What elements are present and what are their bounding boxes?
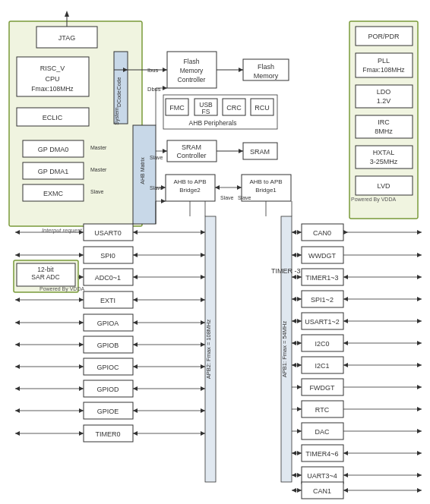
svg-text:GPIOD: GPIOD [96,386,119,393]
svg-text:Powered By VDDA: Powered By VDDA [40,286,84,292]
svg-text:CAN1: CAN1 [313,487,331,495]
svg-text:SPI0: SPI0 [100,252,115,260]
svg-text:GP DMA1: GP DMA1 [38,168,68,175]
svg-text:Memory: Memory [254,72,279,80]
svg-text:AHB Matrix: AHB Matrix [140,157,145,184]
svg-text:RTC: RTC [315,406,330,414]
svg-text:8MHz: 8MHz [375,128,393,135]
svg-text:Dbus: Dbus [147,86,161,93]
svg-text:IRC: IRC [378,118,390,126]
svg-text:Slave: Slave [238,195,251,200]
svg-text:AHB to APB: AHB to APB [249,178,282,185]
svg-text:Code: Code [116,77,122,90]
svg-text:Memory: Memory [180,67,204,74]
svg-text:ADC0~1: ADC0~1 [95,274,121,282]
svg-text:TIMER -3: TIMER -3 [271,267,301,275]
svg-text:FMC: FMC [169,104,185,112]
svg-text:GP DMA0: GP DMA0 [38,146,68,153]
svg-text:Slave: Slave [150,185,163,191]
svg-text:ECLIC: ECLIC [43,114,63,121]
svg-text:GPIOA: GPIOA [97,320,119,327]
svg-text:1.2V: 1.2V [377,97,391,105]
svg-text:SPI1~2: SPI1~2 [311,296,334,304]
svg-text:SRAM: SRAM [250,148,270,156]
svg-text:Slave: Slave [90,189,104,194]
svg-text:I2C1: I2C1 [315,362,329,370]
svg-text:TIMER4~6: TIMER4~6 [305,450,338,458]
svg-text:JTAG: JTAG [58,34,75,42]
svg-text:HXTAL: HXTAL [373,149,394,156]
svg-text:Powered By VDDA: Powered By VDDA [351,197,396,203]
svg-text:LDO: LDO [377,88,391,96]
svg-text:PLL: PLL [378,57,390,65]
svg-text:DCode: DCode [116,90,122,107]
svg-text:EXMC: EXMC [43,190,64,197]
svg-text:USART0: USART0 [94,229,121,237]
svg-text:12-bit: 12-bit [37,266,54,273]
svg-text:Interput request: Interput request [42,227,82,234]
svg-text:Master: Master [90,145,107,150]
svg-text:POR/PDR: POR/PDR [368,33,400,40]
svg-text:TIMER0: TIMER0 [95,430,120,438]
svg-text:I2C0: I2C0 [315,340,329,348]
svg-text:Slave: Slave [150,155,163,160]
svg-text:EXTI: EXTI [100,297,115,304]
svg-text:TIMER1~3: TIMER1~3 [305,274,338,282]
svg-text:CAN0: CAN0 [313,229,331,237]
svg-text:GPIOC: GPIOC [96,364,119,371]
svg-text:GPIOB: GPIOB [97,342,119,349]
svg-text:Controller: Controller [178,76,206,83]
svg-text:AHB to APB: AHB to APB [173,178,206,185]
svg-text:Bridge2: Bridge2 [179,187,201,194]
svg-text:GPIOE: GPIOE [97,408,119,415]
svg-text:WWDGT: WWDGT [308,252,336,260]
svg-text:3-25MHz: 3-25MHz [370,158,398,165]
block-diagram: Interput request JTAG RISC_V CPU Fmax:10… [0,0,430,504]
svg-text:Fmax:108MHz: Fmax:108MHz [362,66,404,74]
svg-text:FS: FS [202,108,210,115]
svg-text:APB2: Fmax = 108MHz: APB2: Fmax = 108MHz [205,319,212,379]
svg-text:LVD: LVD [378,182,390,190]
svg-text:AHB Peripherals: AHB Peripherals [189,119,237,127]
svg-text:APB1: Fmax = 54MHz: APB1: Fmax = 54MHz [281,321,288,378]
svg-text:Controller: Controller [176,152,206,159]
svg-text:Bridge1: Bridge1 [255,187,277,194]
svg-text:System: System [114,107,120,125]
svg-text:SAR ADC: SAR ADC [31,273,59,281]
svg-text:SRAM: SRAM [182,143,201,151]
svg-text:Flash: Flash [258,63,274,71]
svg-text:CRC: CRC [226,104,242,112]
svg-text:RISC_V: RISC_V [40,65,65,72]
svg-text:Slave: Slave [220,195,234,200]
svg-text:UART3~4: UART3~4 [307,472,337,480]
svg-text:USART1~2: USART1~2 [305,318,340,326]
svg-text:CPU: CPU [45,75,59,83]
svg-text:DAC: DAC [315,428,330,436]
svg-text:RCU: RCU [255,104,270,112]
svg-text:Fmax:108MHz: Fmax:108MHz [31,85,73,93]
svg-text:Master: Master [90,167,107,172]
svg-text:Flash: Flash [184,58,200,65]
svg-text:FWDGT: FWDGT [310,384,335,392]
